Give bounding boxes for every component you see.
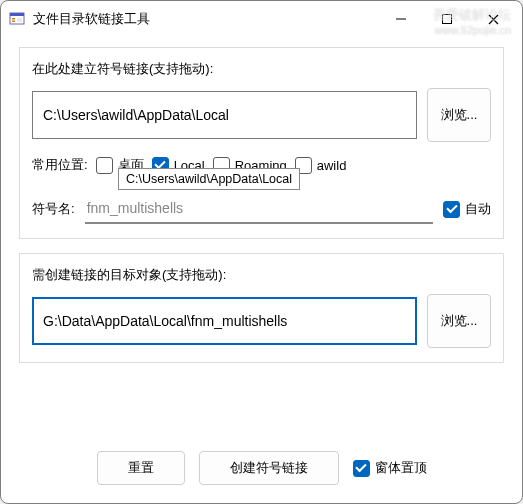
target-group: 需创建链接的目标对象(支持拖动): 浏览... (19, 253, 504, 363)
checkbox-label: awild (317, 158, 347, 173)
symbol-name-label: 符号名: (32, 200, 75, 218)
window-title: 文件目录软链接工具 (33, 10, 378, 28)
svg-rect-3 (12, 21, 15, 23)
titlebar: 文件目录软链接工具 (1, 1, 522, 37)
checkbox-awild[interactable]: awild (295, 157, 347, 174)
source-group: 在此处建立符号链接(支持拖动): 浏览... 常用位置: 桌面 Local Ro… (19, 47, 504, 239)
common-locations-label: 常用位置: (32, 156, 88, 174)
source-path-input[interactable] (32, 91, 417, 139)
checkbox-box (353, 460, 370, 477)
checkbox-label: 窗体置顶 (375, 459, 427, 477)
create-link-button[interactable]: 创建符号链接 (199, 451, 339, 485)
svg-rect-1 (10, 13, 24, 16)
target-browse-button[interactable]: 浏览... (427, 294, 491, 348)
checkbox-auto[interactable]: 自动 (443, 200, 491, 218)
svg-rect-4 (17, 18, 22, 22)
minimize-button[interactable] (378, 4, 424, 34)
close-button[interactable] (470, 4, 516, 34)
source-browse-button[interactable]: 浏览... (427, 88, 491, 142)
symbol-name-input[interactable] (85, 194, 433, 222)
checkbox-box (443, 201, 460, 218)
source-label: 在此处建立符号链接(支持拖动): (32, 60, 491, 78)
target-label: 需创建链接的目标对象(支持拖动): (32, 266, 491, 284)
app-icon (9, 11, 25, 27)
footer: 重置 创建符号链接 窗体置顶 (19, 451, 504, 489)
tooltip: C:\Users\awild\AppData\Local (118, 168, 300, 190)
checkbox-box (96, 157, 113, 174)
svg-rect-6 (443, 15, 452, 24)
svg-rect-2 (12, 18, 15, 20)
reset-button[interactable]: 重置 (97, 451, 185, 485)
maximize-button[interactable] (424, 4, 470, 34)
checkbox-topmost[interactable]: 窗体置顶 (353, 459, 427, 477)
checkbox-label: 自动 (465, 200, 491, 218)
target-path-input[interactable] (32, 297, 417, 345)
